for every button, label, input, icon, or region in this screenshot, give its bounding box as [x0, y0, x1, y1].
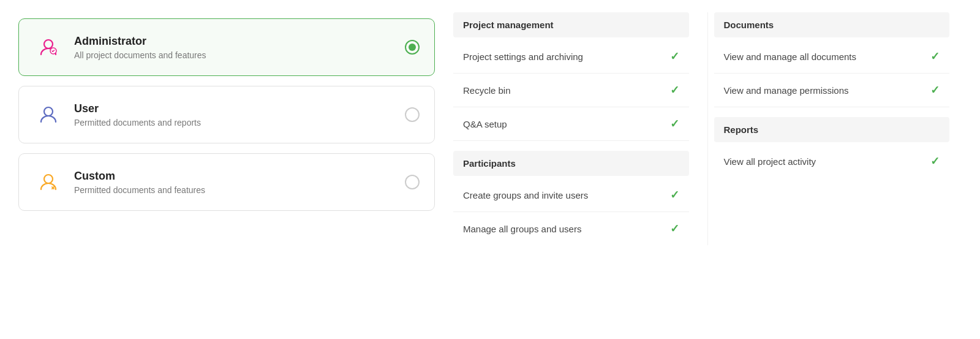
permission-label-view-documents: View and manage all documents: [724, 51, 857, 62]
permission-row-qa-setup: Q&A setup ✓: [453, 107, 689, 141]
role-name-administrator: Administrator: [74, 35, 394, 48]
role-desc-administrator: All project documents and features: [74, 50, 394, 60]
permission-label-view-permissions: View and manage permissions: [724, 85, 849, 96]
svg-point-2: [44, 107, 53, 116]
section-header-reports: Reports: [714, 117, 950, 142]
permission-row-project-settings: Project settings and archiving ✓: [453, 40, 689, 74]
permission-label-view-activity: View all project activity: [724, 156, 816, 167]
role-info-custom: Custom Permitted documents and features: [74, 170, 394, 195]
check-view-documents: ✓: [930, 50, 940, 63]
role-desc-user: Permitted documents and reports: [74, 118, 394, 128]
permission-label-qa-setup: Q&A setup: [463, 119, 507, 129]
check-view-activity: ✓: [930, 154, 940, 168]
admin-icon: [34, 32, 63, 62]
radio-administrator[interactable]: [405, 40, 420, 55]
permission-row-manage-groups: Manage all groups and users ✓: [453, 212, 689, 245]
role-info-administrator: Administrator All project documents and …: [74, 35, 394, 60]
role-card-user[interactable]: User Permitted documents and reports: [18, 86, 435, 143]
permission-label-project-settings: Project settings and archiving: [463, 51, 583, 62]
role-info-user: User Permitted documents and reports: [74, 102, 394, 128]
section-header-documents: Documents: [714, 12, 950, 37]
role-desc-custom: Permitted documents and features: [74, 185, 394, 195]
radio-user[interactable]: [405, 107, 420, 122]
svg-point-0: [44, 40, 53, 48]
user-icon: [34, 100, 63, 129]
role-card-custom[interactable]: Custom Permitted documents and features: [18, 153, 435, 211]
section-header-participants: Participants: [453, 151, 689, 176]
svg-point-3: [44, 175, 53, 183]
radio-inner-administrator: [409, 44, 416, 51]
check-qa-setup: ✓: [670, 117, 679, 131]
permission-row-view-permissions: View and manage permissions ✓: [714, 74, 950, 107]
custom-icon: [34, 167, 63, 197]
permission-row-recycle-bin: Recycle bin ✓: [453, 74, 689, 107]
permission-row-create-groups: Create groups and invite users ✓: [453, 178, 689, 212]
permissions-col-right: Documents View and manage all documents …: [714, 12, 962, 245]
permissions-col-left: Project management Project settings and …: [453, 12, 701, 245]
check-project-settings: ✓: [670, 50, 679, 63]
role-card-administrator[interactable]: Administrator All project documents and …: [18, 18, 435, 76]
role-selection-panel: Administrator All project documents and …: [18, 12, 435, 211]
check-recycle-bin: ✓: [670, 83, 679, 97]
permissions-panel: Project management Project settings and …: [435, 12, 962, 245]
permission-label-recycle-bin: Recycle bin: [463, 85, 511, 96]
role-name-custom: Custom: [74, 170, 394, 183]
check-create-groups: ✓: [670, 188, 679, 202]
permission-row-view-activity: View all project activity ✓: [714, 145, 950, 178]
column-divider: [707, 12, 708, 245]
section-header-project-management: Project management: [453, 12, 689, 37]
permission-label-manage-groups: Manage all groups and users: [463, 224, 581, 234]
check-manage-groups: ✓: [670, 222, 679, 235]
permission-row-view-documents: View and manage all documents ✓: [714, 40, 950, 74]
check-view-permissions: ✓: [930, 83, 940, 97]
permission-label-create-groups: Create groups and invite users: [463, 190, 588, 200]
role-name-user: User: [74, 102, 394, 115]
radio-custom[interactable]: [405, 175, 420, 189]
